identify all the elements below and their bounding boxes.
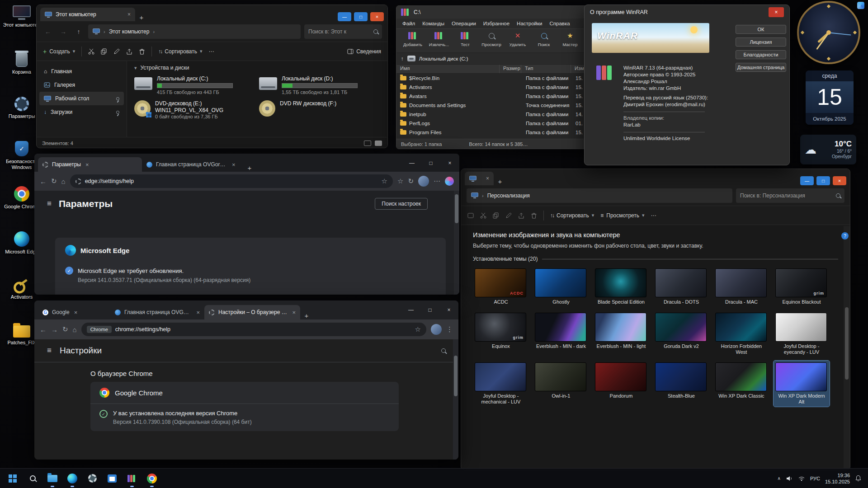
profile-avatar[interactable] (418, 176, 429, 187)
list-view-icon[interactable] (364, 141, 371, 146)
notification-bell-icon[interactable] (855, 475, 862, 482)
new-tab-button[interactable]: + (494, 178, 506, 185)
taskbar-settings[interactable] (82, 469, 102, 488)
details-pane-button[interactable]: Сведения (347, 48, 381, 55)
close-tab-icon[interactable]: × (486, 175, 489, 182)
rename-button[interactable] (505, 212, 512, 219)
refresh-icon[interactable]: ↻ (51, 177, 57, 185)
tab-homepage[interactable]: Главная страница OVGorskiy × (142, 157, 243, 172)
explorer-tab-bar[interactable]: Этот компьютер × + — □ × (37, 5, 387, 21)
dialog-title-bar[interactable]: О программе WinRAR × (585, 5, 789, 19)
up-icon[interactable]: ↑ (401, 56, 404, 61)
column-type[interactable]: Тип (521, 65, 571, 73)
cut-button[interactable] (480, 212, 486, 219)
back-icon[interactable]: ← (40, 326, 47, 333)
minimize-button[interactable]: — (402, 156, 421, 170)
menu-file[interactable]: Файл (399, 20, 418, 27)
delete-button[interactable]: ✕Удалить (505, 31, 530, 47)
language-indicator[interactable]: РУС (810, 476, 820, 481)
theme-tile[interactable]: Everblush - MIN - dark (533, 311, 589, 357)
file-row[interactable]: Program FilesПапка с файлами15. (396, 128, 608, 137)
copy-button[interactable] (493, 212, 499, 219)
new-button[interactable]: +Создать▾ (43, 48, 75, 55)
theme-tile[interactable]: Dracula - MAC (713, 267, 769, 307)
drive-e[interactable]: DVD-дисковод (E:) WIN11_PRO_VL_X64_OVG 0… (134, 100, 255, 119)
close-tab-icon[interactable]: × (196, 309, 200, 316)
more-button[interactable]: ⋯ (209, 48, 214, 55)
home-icon[interactable]: ⌂ (61, 178, 66, 185)
wizard-button[interactable]: ★Мастер (557, 31, 583, 47)
history-icon[interactable]: ↻ (408, 177, 414, 185)
theme-tile[interactable]: Horizon Forbidden West (713, 311, 769, 357)
rename-button[interactable] (113, 48, 120, 55)
breadcrumb[interactable]: Персонализация (487, 192, 530, 199)
test-button[interactable]: Тест (453, 31, 478, 47)
explorer-tab[interactable]: Этот компьютер × (40, 8, 135, 21)
file-row[interactable]: ActivatorsПапка с файлами15. (396, 83, 608, 92)
personalization-tab[interactable]: × (465, 172, 494, 185)
theme-tile[interactable]: Blade Special Edition (593, 267, 649, 307)
tab-settings[interactable]: Параметры × (38, 157, 142, 172)
search-button[interactable] (23, 469, 42, 488)
more-button[interactable]: ⋯ (651, 212, 656, 219)
address-bar[interactable]: edge://settings/help ☆ (70, 174, 393, 188)
maximize-button[interactable]: □ (354, 12, 368, 21)
hidden-icons-chevron[interactable]: ∧ (778, 476, 781, 481)
view-button[interactable]: Просмотр (479, 31, 504, 47)
profile-avatar[interactable] (431, 324, 442, 335)
menu-icon[interactable]: ≡ (47, 199, 52, 208)
desktop-icon-this-pc[interactable]: Этот компьютер (2, 3, 42, 48)
delete-button[interactable] (139, 48, 145, 55)
taskbar-winrar[interactable] (122, 469, 142, 488)
refresh-icon[interactable]: ↻ (62, 325, 68, 333)
theme-tile[interactable]: Goruda Dark v2 (653, 311, 709, 357)
drive-c[interactable]: Локальный диск (C:) 415 ГБ свободно из 4… (134, 75, 255, 95)
menu-commands[interactable]: Команды (419, 20, 448, 27)
menu-settings[interactable]: Настройки (514, 20, 545, 27)
scrollbar[interactable] (454, 191, 459, 295)
scrollbar[interactable] (453, 339, 458, 460)
sidebar-item-home[interactable]: ⌂Главная (39, 65, 124, 78)
add-button[interactable]: Добавить (400, 31, 425, 47)
drive-f[interactable]: DVD RW дисковод (F:) (259, 100, 380, 119)
column-name[interactable]: Имя (396, 65, 500, 73)
address-bar[interactable]: › Персонализация (467, 188, 732, 203)
theme-tile[interactable]: Pandorum (593, 361, 649, 407)
find-button[interactable]: Поиск (531, 31, 557, 47)
menu-favorites[interactable]: Избранное (480, 20, 513, 27)
extract-button[interactable]: Извлечь... (426, 31, 452, 47)
tab-homepage[interactable]: Главная страница OVGorskiy × (110, 305, 204, 319)
clock-widget[interactable] (797, 1, 860, 64)
forward-icon[interactable]: → (51, 326, 58, 333)
ok-button[interactable]: ОК (736, 25, 786, 34)
theme-tile[interactable]: Joyful Desktop - eyecandy - LUV (774, 311, 830, 357)
favorites-icon[interactable]: ☆ (397, 177, 403, 185)
file-row[interactable]: inetpubПапка с файлами14. (396, 110, 608, 119)
desktop-icon-settings[interactable]: Параметры (2, 93, 42, 138)
more-icon[interactable]: ⋮ (446, 325, 453, 333)
maximize-button[interactable]: □ (816, 176, 830, 185)
address-bar[interactable]: › Этот компьютер › (88, 24, 301, 39)
maximize-button[interactable]: □ (421, 156, 440, 170)
license-button[interactable]: Лицензия (736, 38, 786, 47)
weather-widget[interactable]: ☁ 10°C 16° / 6° Оренбург (800, 135, 856, 164)
clock-tray[interactable]: 19:36 15.10.2025 (825, 472, 850, 485)
favorite-star-icon[interactable]: ☆ (382, 177, 387, 185)
minimize-button[interactable]: — (401, 303, 420, 317)
winrar-title-bar[interactable]: C:\ (396, 6, 608, 19)
file-row[interactable]: Documents and SettingsТочка соединения15… (396, 101, 608, 110)
cut-button[interactable] (88, 48, 94, 55)
close-button[interactable]: × (833, 176, 846, 185)
desktop-icon-recycle-bin[interactable]: Корзина (2, 48, 42, 93)
search-input[interactable]: Поиск в: Этот к (304, 24, 382, 39)
address-bar[interactable]: Chrome chrome://settings/help ☆ (81, 323, 426, 336)
share-button[interactable] (126, 48, 132, 55)
share-button[interactable] (518, 212, 524, 219)
close-tab-icon[interactable]: × (232, 161, 236, 168)
taskbar-store[interactable] (102, 469, 122, 488)
theme-tile[interactable]: Everblush - MIN - light (593, 311, 649, 357)
calendar-widget[interactable]: среда 15 Октябрь 2025 (806, 70, 854, 125)
close-button[interactable]: × (769, 7, 784, 17)
corner-gadget-icon[interactable] (857, 2, 864, 9)
search-input[interactable]: Поиск в: Персонализация (736, 188, 844, 203)
